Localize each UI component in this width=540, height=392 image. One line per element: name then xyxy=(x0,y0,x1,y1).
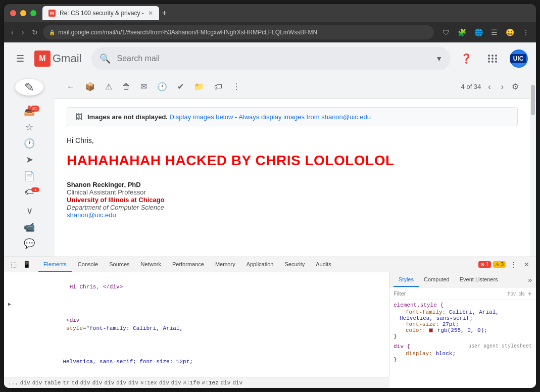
forward-button[interactable]: › xyxy=(19,26,27,38)
add-style-rule-button[interactable]: + xyxy=(528,289,532,298)
sidebar-item-labels[interactable]: 🏷 ● xyxy=(17,185,41,200)
styles-filter-input[interactable] xyxy=(394,290,503,297)
element-line-2[interactable]: ▶ <div style="font-family: Calibri, Aria… xyxy=(4,300,389,341)
apps-button[interactable] xyxy=(480,46,506,71)
sidebar-item-meet[interactable]: 📹 xyxy=(17,220,41,234)
always-display-link[interactable]: Always display images from shanon@uic.ed… xyxy=(238,113,371,121)
bc-div7[interactable]: div xyxy=(128,380,138,386)
bc-1f0[interactable]: #:1f0 xyxy=(183,380,200,386)
bc-div3[interactable]: div xyxy=(80,380,90,386)
rule-prop-font-family[interactable]: font-family: Calibri, Arial, Helvetica, … xyxy=(394,309,532,321)
bc-div6[interactable]: div xyxy=(116,380,126,386)
move-to-button[interactable]: 📁 xyxy=(190,79,208,94)
rule-prop-color[interactable]: color: rgb(255, 0, 0); xyxy=(394,327,532,333)
bc-div5[interactable]: div xyxy=(104,380,114,386)
snooze-button[interactable]: 🕐 xyxy=(153,79,171,94)
bc-table[interactable]: table xyxy=(44,380,61,386)
tab-application[interactable]: Application xyxy=(241,257,279,272)
sync-icon[interactable]: ☰ xyxy=(488,27,500,38)
bc-div8[interactable]: div xyxy=(159,380,169,386)
next-email-button[interactable]: › xyxy=(498,80,507,93)
translate-icon[interactable]: 🌐 xyxy=(472,27,485,38)
refresh-button[interactable]: ↻ xyxy=(29,26,41,38)
right-scrollbar[interactable] xyxy=(530,75,536,257)
add-task-button[interactable]: ✔ xyxy=(173,79,188,94)
minimize-button[interactable] xyxy=(20,10,26,16)
tab-performance[interactable]: Performance xyxy=(167,257,209,272)
breadcrumb-item-dots[interactable]: ... xyxy=(8,380,18,386)
sidebar-item-snoozed[interactable]: 🕐 xyxy=(17,136,41,151)
back-button[interactable]: ‹ xyxy=(8,26,17,38)
device-toolbar-button[interactable]: 📱 xyxy=(20,259,33,270)
help-button[interactable]: ❓ xyxy=(457,49,476,68)
mark-unread-button[interactable]: ✉ xyxy=(136,79,151,94)
styles-tab-event-listeners[interactable]: Event Listeners xyxy=(455,272,503,287)
back-to-list-button[interactable]: ← xyxy=(63,79,79,94)
tab-console[interactable]: Console xyxy=(73,257,103,272)
display-images-link-text[interactable]: Display images below xyxy=(170,113,233,121)
bc-div1[interactable]: div xyxy=(20,380,30,386)
rule-prop-display[interactable]: display: block; xyxy=(394,351,532,357)
more-actions-button[interactable]: ⋮ xyxy=(228,79,244,94)
devtools-close-button[interactable]: ✕ xyxy=(521,259,532,270)
element-line-2c[interactable]: color: rgb(0, 0, 0);">…</div> xyxy=(4,374,389,377)
chat-icon: 💬 xyxy=(24,238,35,249)
menu-icon[interactable]: ⋮ xyxy=(520,27,532,38)
bc-td[interactable]: td xyxy=(72,380,78,386)
styles-tab-computed[interactable]: Computed xyxy=(419,272,455,287)
gmail-header: ☰ M Gmail 🔍 ▼ ❓ U xyxy=(4,42,536,75)
devtools-more-button[interactable]: ⋮ xyxy=(508,259,519,270)
sidebar-item-drafts[interactable]: 📄 xyxy=(17,169,41,183)
elements-panel[interactable]: Hi Chris, </div> ▶ <div style="font-fami… xyxy=(4,272,389,377)
new-tab-button[interactable]: + xyxy=(162,9,167,18)
tab-close-icon[interactable]: ✕ xyxy=(148,10,153,17)
prev-email-button[interactable]: ‹ xyxy=(485,80,494,93)
maximize-button[interactable] xyxy=(30,10,36,16)
element-line-1[interactable]: Hi Chris, </div> xyxy=(4,274,389,300)
rule-prop-font-size[interactable]: font-size: 27pt; xyxy=(394,321,532,327)
bc-div10[interactable]: div xyxy=(221,380,231,386)
bc-1ez[interactable]: #:1ez xyxy=(202,380,219,386)
tab-elements[interactable]: Elements xyxy=(38,257,72,272)
bc-div9[interactable]: div xyxy=(171,380,181,386)
tab-audits[interactable]: Audits xyxy=(311,257,336,272)
styles-tab-styles[interactable]: Styles xyxy=(394,272,419,287)
extensions-icon[interactable]: 🧩 xyxy=(455,27,469,38)
select-element-button[interactable]: ⬚ xyxy=(8,259,19,270)
bc-div11[interactable]: div xyxy=(232,380,242,386)
search-bar[interactable]: 🔍 ▼ xyxy=(91,47,451,70)
shield-icon[interactable]: 🛡 xyxy=(440,27,452,38)
active-tab[interactable]: M Re: CS 100 security & privacy - ✕ xyxy=(42,6,159,20)
sidebar-item-inbox[interactable]: 📥 81 xyxy=(17,104,41,118)
avatar[interactable]: UIC xyxy=(510,50,528,68)
bc-div4[interactable]: div xyxy=(92,380,103,386)
tab-network[interactable]: Network xyxy=(136,257,166,272)
hamburger-button[interactable]: ☰ xyxy=(12,49,28,68)
settings-button[interactable]: ⚙ xyxy=(509,79,522,94)
delete-button[interactable]: 🗑 xyxy=(118,79,134,94)
compose-button[interactable]: ✎ xyxy=(15,79,43,95)
tab-memory[interactable]: Memory xyxy=(210,257,240,272)
rule-selector-element: element.style { xyxy=(394,302,532,308)
close-button[interactable] xyxy=(10,10,16,16)
search-dropdown-button[interactable]: ▼ xyxy=(435,55,443,63)
label-button[interactable]: 🏷 xyxy=(210,79,226,94)
bc-tr[interactable]: tr xyxy=(63,380,69,386)
sidebar-item-more[interactable]: ∨ xyxy=(17,204,41,218)
emoji-icon[interactable]: 😀 xyxy=(503,27,517,38)
style-rule-div: div { user agent stylesheet display: blo… xyxy=(394,344,532,363)
styles-tab-more-button[interactable]: » xyxy=(528,276,532,284)
tab-sources[interactable]: Sources xyxy=(104,257,134,272)
report-spam-button[interactable]: ⚠ xyxy=(101,79,116,94)
sidebar-item-sent[interactable]: ➤ xyxy=(17,153,41,167)
element-line-2b[interactable]: Helvetica, sans-serif; font-size: 12pt; xyxy=(4,341,389,374)
bc-1ex[interactable]: #:1ex xyxy=(140,380,157,386)
url-bar[interactable]: 🔒 mail.google.com/mail/u/1/#search/from%… xyxy=(43,25,434,39)
tab-security[interactable]: Security xyxy=(279,257,310,272)
sig-email[interactable]: shanon@uic.edu xyxy=(67,211,518,219)
sidebar-item-hangouts[interactable]: 💬 xyxy=(17,236,41,251)
search-input[interactable] xyxy=(117,54,429,63)
bc-div2[interactable]: div xyxy=(32,380,42,386)
sidebar-item-starred[interactable]: ☆ xyxy=(17,120,41,134)
archive-button[interactable]: 📦 xyxy=(81,79,99,94)
